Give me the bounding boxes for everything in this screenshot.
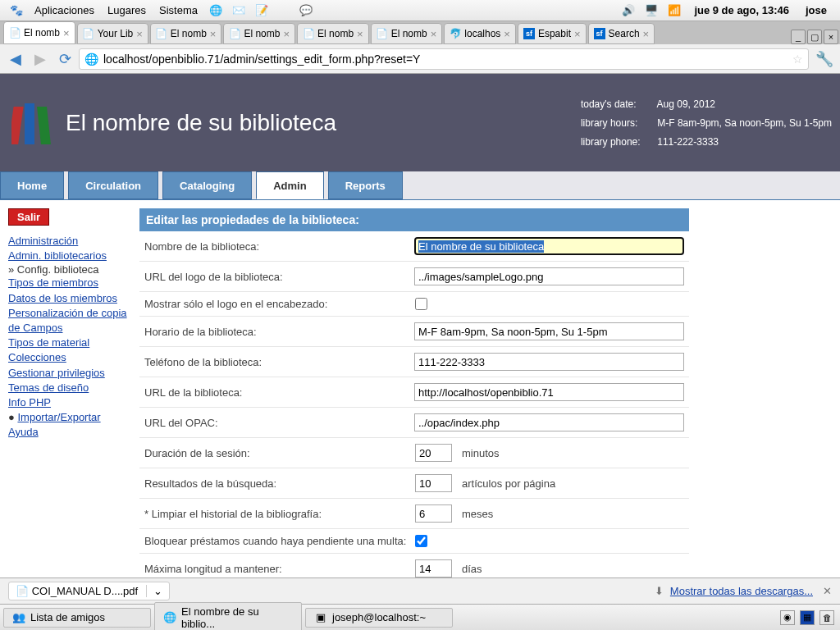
forward-button[interactable]: ▶ <box>30 48 51 70</box>
close-icon[interactable]: × <box>136 28 143 40</box>
sidebar-privileges[interactable]: Gestionar privilegios <box>8 366 131 381</box>
sidebar-help[interactable]: Ayuda <box>8 425 131 440</box>
sidebar-php-info[interactable]: Info PHP <box>8 395 131 410</box>
taskbar-chrome[interactable]: 🌐El nombre de su biblio... <box>154 602 302 631</box>
sidebar-import-export[interactable]: Importar/Exportar <box>17 411 100 423</box>
input-opac-url[interactable] <box>414 413 684 431</box>
library-logo <box>8 94 56 152</box>
nav-circulation[interactable]: Circulation <box>68 171 158 199</box>
logout-button[interactable]: Salir <box>8 208 49 226</box>
clock[interactable]: jue 9 de ago, 13:46 <box>686 4 797 16</box>
show-all-downloads[interactable]: Mostrar todas las descargas... <box>670 585 813 597</box>
browser-tab[interactable]: 📄El nomb× <box>3 21 75 44</box>
checkbox-block-fines[interactable] <box>415 535 427 547</box>
taskbar-terminal[interactable]: ▣joseph@localhost:~ <box>305 608 453 628</box>
sidebar-librarians[interactable]: Admin. bibliotecarios <box>8 249 131 263</box>
browser-tab[interactable]: 📄El nomb× <box>150 23 222 44</box>
sidebar-member-data[interactable]: Datos de los miembros <box>8 291 131 306</box>
browser-tab[interactable]: 📄El nomb× <box>297 23 369 44</box>
browser-tab[interactable]: 📄Your Lib× <box>77 23 148 44</box>
nav-reports[interactable]: Reports <box>328 171 403 199</box>
file-icon: 📄 <box>16 585 29 597</box>
settings-wrench-icon[interactable]: 🔧 <box>814 48 835 70</box>
input-purge[interactable] <box>415 504 452 523</box>
nav-admin[interactable]: Admin <box>256 171 323 199</box>
label-block-fines: Bloquear préstamos cuando haya pendiente… <box>144 535 415 547</box>
library-title: El nombre de su biblioteca <box>66 110 581 136</box>
chat-launcher-icon[interactable]: 💬 <box>298 2 314 19</box>
close-icon[interactable]: × <box>504 28 510 40</box>
suffix-months: meses <box>462 508 493 520</box>
sidebar-member-types[interactable]: Tipos de miembros <box>8 276 131 290</box>
site-header: El nombre de su biblioteca today's date:… <box>0 74 840 171</box>
browser-window: 📄El nomb× 📄Your Lib× 📄El nomb× 📄El nomb×… <box>0 21 840 578</box>
window-maximize-button[interactable]: ▢ <box>807 30 822 44</box>
sidebar-material-types[interactable]: Tipos de material <box>8 336 131 350</box>
sidebar-copy-fields[interactable]: Personalización de copia de Campos <box>8 306 131 336</box>
window-minimize-button[interactable]: _ <box>791 30 806 44</box>
input-hours[interactable] <box>414 322 684 340</box>
input-library-name[interactable] <box>414 237 684 255</box>
close-icon[interactable]: × <box>63 27 70 39</box>
nav-home[interactable]: Home <box>0 171 64 199</box>
address-bar[interactable]: 🌐 localhost/openbiblio.71/admin/settings… <box>79 48 809 70</box>
close-icon[interactable]: × <box>283 28 290 40</box>
window-close-button[interactable]: × <box>824 30 838 44</box>
gnome-top-panel: 🐾 Aplicaciones Lugares Sistema 🌐 ✉️ 📝 💬 … <box>0 0 840 21</box>
chevron-down-icon[interactable]: ⌄ <box>146 585 162 597</box>
svg-rect-2 <box>37 107 51 144</box>
label-purge: * Limpiar el historial de la bibliografí… <box>144 508 415 520</box>
user-menu[interactable]: jose <box>797 4 835 16</box>
input-library-url[interactable] <box>414 383 684 401</box>
browser-tab[interactable]: 🐬localhos× <box>444 23 516 44</box>
input-max-hold[interactable] <box>415 559 452 578</box>
input-logo-url[interactable] <box>414 267 684 285</box>
nav-cataloging[interactable]: Cataloging <box>162 171 252 199</box>
notes-launcher-icon[interactable]: 📝 <box>253 2 270 19</box>
tray-chrome-icon[interactable]: ◉ <box>780 610 795 625</box>
browser-tab[interactable]: sfEspabit× <box>518 23 587 44</box>
close-icon[interactable]: × <box>210 28 217 40</box>
close-icon[interactable]: × <box>357 28 363 40</box>
sound-tray-icon[interactable]: 🔊 <box>620 2 637 19</box>
settings-form: Editar las propiedades de la biblioteca:… <box>131 208 832 578</box>
label-phone: Teléfono de la biblioteca: <box>144 356 414 368</box>
tray-trash-icon[interactable]: 🗑 <box>819 610 834 625</box>
menu-places[interactable]: Lugares <box>101 4 153 16</box>
close-icon[interactable]: × <box>643 28 650 40</box>
back-button[interactable]: ◀ <box>5 48 26 70</box>
close-icon[interactable]: × <box>431 28 437 40</box>
mail-launcher-icon[interactable]: ✉️ <box>231 2 247 19</box>
suffix-days: días <box>462 563 482 575</box>
network-tray-icon[interactable]: 📶 <box>666 2 682 19</box>
browser-tab[interactable]: sfSearch× <box>588 23 655 44</box>
display-tray-icon[interactable]: 🖥️ <box>643 2 660 19</box>
sidebar-administration[interactable]: Administración <box>8 234 131 249</box>
label-only-logo: Mostrar sólo el logo en el encabezado: <box>144 298 415 310</box>
menu-applications[interactable]: Aplicaciones <box>28 4 101 16</box>
form-title: Editar las propiedades de la biblioteca: <box>139 208 689 231</box>
download-item[interactable]: 📄 COI_MANUAL D....pdf ⌄ <box>8 582 170 600</box>
close-shelf-button[interactable]: ✕ <box>823 585 832 597</box>
menu-system[interactable]: Sistema <box>153 4 204 16</box>
sidebar-themes[interactable]: Temas de diseño <box>8 381 131 395</box>
admin-sidebar: Salir Administración Admin. bibliotecari… <box>8 208 131 578</box>
reload-button[interactable]: ⟳ <box>54 48 75 70</box>
input-phone[interactable] <box>414 353 684 371</box>
gnome-bottom-panel: 👥Lista de amigos 🌐El nombre de su biblio… <box>0 604 840 630</box>
checkbox-only-logo[interactable] <box>415 298 427 310</box>
label-opac-url: URL del OPAC: <box>144 417 414 429</box>
browser-tab[interactable]: 📄El nomb× <box>223 23 295 44</box>
bookmark-star-icon[interactable]: ☆ <box>792 52 803 66</box>
browser-tab[interactable]: 📄El nomb× <box>371 23 443 44</box>
close-icon[interactable]: × <box>574 28 581 40</box>
input-session[interactable] <box>415 444 452 462</box>
chrome-launcher-icon[interactable]: 🌐 <box>208 2 224 19</box>
label-library-url: URL de la biblioteca: <box>144 386 414 399</box>
label-session: Duración de la sesión: <box>144 447 415 459</box>
tray-workspace-icon[interactable]: ▦ <box>800 610 815 625</box>
sidebar-library-config: » Config. biblioteca <box>8 263 99 276</box>
sidebar-collections[interactable]: Colecciones <box>8 350 131 365</box>
input-results[interactable] <box>415 474 452 492</box>
taskbar-friends[interactable]: 👥Lista de amigos <box>3 608 151 628</box>
